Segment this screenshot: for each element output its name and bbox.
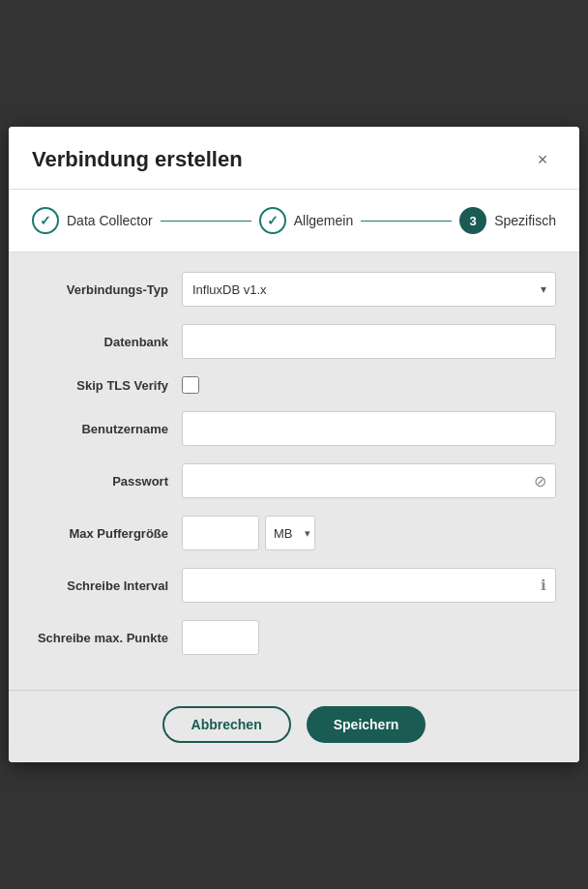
step-spezifisch: 3 Spezifisch — [459, 207, 556, 234]
modal-footer: Abbrechen Speichern — [9, 690, 579, 762]
step-label-3: Spezifisch — [494, 213, 556, 228]
connection-type-row: Verbindungs-Typ InfluxDB v1.x InfluxDB v… — [32, 272, 556, 307]
skip-tls-label: Skip TLS Verify — [32, 378, 182, 393]
save-button[interactable]: Speichern — [307, 706, 426, 743]
username-label: Benutzername — [32, 422, 182, 436]
max-buffer-input[interactable] — [182, 516, 259, 550]
step-circle-1: ✓ — [32, 207, 59, 234]
step-connector-2 — [361, 221, 452, 222]
max-buffer-row: Max Puffergröße MB GB KB ▾ — [32, 516, 556, 550]
username-row: Benutzername — [32, 411, 556, 446]
password-row: Passwort ⊘ — [32, 463, 556, 498]
step-connector-1 — [161, 221, 251, 222]
connection-type-select-wrapper: InfluxDB v1.x InfluxDB v2.x Prometheus M… — [182, 272, 556, 307]
password-input[interactable] — [182, 463, 556, 498]
stepper: ✓ Data Collector ✓ Allgemein 3 Spezifisc… — [9, 190, 579, 252]
password-label: Passwort — [32, 474, 182, 489]
database-input[interactable] — [182, 324, 556, 359]
modal-title: Verbindung erstellen — [32, 147, 243, 172]
eye-slash-icon[interactable]: ⊘ — [534, 472, 546, 490]
max-buffer-label: Max Puffergröße — [32, 526, 182, 541]
skip-tls-row: Skip TLS Verify — [32, 376, 556, 394]
unit-select-wrapper: MB GB KB ▾ — [265, 516, 315, 550]
info-icon: ℹ — [541, 577, 546, 594]
skip-tls-checkbox-wrapper — [182, 376, 199, 394]
buffer-wrapper: MB GB KB ▾ — [182, 516, 315, 550]
password-wrapper: ⊘ — [182, 463, 556, 498]
modal-dialog: Verbindung erstellen × ✓ Data Collector … — [9, 127, 579, 762]
write-max-input[interactable] — [182, 620, 259, 655]
connection-type-label: Verbindungs-Typ — [32, 282, 182, 297]
write-interval-input[interactable] — [182, 568, 556, 603]
step-data-collector: ✓ Data Collector — [32, 207, 153, 234]
write-interval-wrapper: ℹ — [182, 568, 556, 603]
write-max-row: Schreibe max. Punkte — [32, 620, 556, 655]
write-interval-label: Schreibe Interval — [32, 578, 182, 593]
username-input[interactable] — [182, 411, 556, 446]
modal-header: Verbindung erstellen × — [9, 127, 579, 190]
step-circle-2: ✓ — [259, 207, 286, 234]
connection-type-select[interactable]: InfluxDB v1.x InfluxDB v2.x Prometheus M… — [182, 272, 556, 307]
step-circle-3: 3 — [459, 207, 486, 234]
database-label: Datenbank — [32, 335, 182, 349]
form-body: Verbindungs-Typ InfluxDB v1.x InfluxDB v… — [9, 252, 579, 682]
skip-tls-checkbox[interactable] — [182, 376, 199, 394]
buffer-unit-select[interactable]: MB GB KB — [265, 516, 315, 550]
write-max-label: Schreibe max. Punkte — [32, 631, 182, 645]
step-label-2: Allgemein — [294, 213, 353, 228]
step-allgemein: ✓ Allgemein — [259, 207, 353, 234]
step-label-1: Data Collector — [67, 213, 153, 228]
cancel-button[interactable]: Abbrechen — [162, 706, 291, 743]
database-row: Datenbank — [32, 324, 556, 359]
close-button[interactable]: × — [529, 146, 556, 173]
modal-overlay: Verbindung erstellen × ✓ Data Collector … — [0, 0, 588, 889]
write-interval-row: Schreibe Interval ℹ — [32, 568, 556, 603]
